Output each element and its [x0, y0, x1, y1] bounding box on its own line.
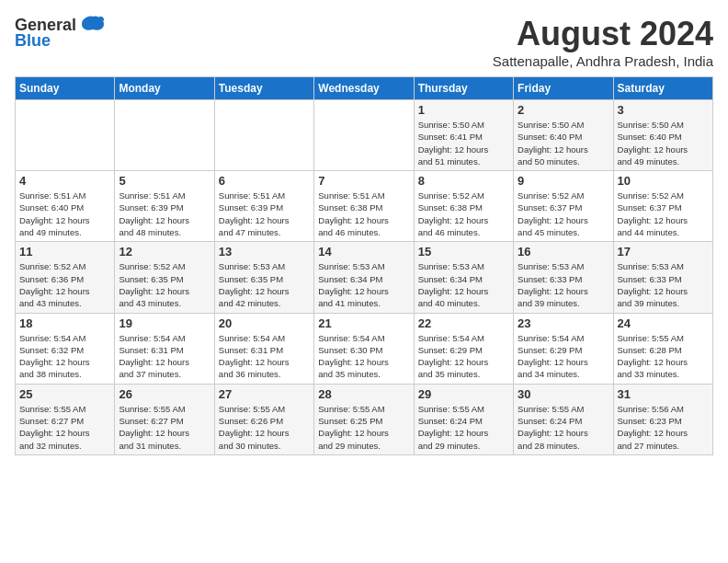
- day-number: 1: [418, 103, 509, 117]
- calendar-cell: 23Sunrise: 5:54 AM Sunset: 6:29 PM Dayli…: [514, 313, 613, 384]
- day-number: 12: [119, 245, 210, 259]
- day-number: 29: [418, 387, 509, 401]
- day-number: 21: [318, 316, 409, 330]
- day-info: Sunrise: 5:55 AM Sunset: 6:28 PM Dayligh…: [618, 332, 709, 381]
- calendar-cell: 28Sunrise: 5:55 AM Sunset: 6:25 PM Dayli…: [314, 384, 414, 454]
- day-number: 20: [219, 316, 310, 330]
- calendar-week-row-1: 4Sunrise: 5:51 AM Sunset: 6:40 PM Daylig…: [16, 171, 713, 242]
- day-number: 13: [219, 245, 310, 259]
- day-info: Sunrise: 5:50 AM Sunset: 6:41 PM Dayligh…: [418, 119, 509, 167]
- day-info: Sunrise: 5:51 AM Sunset: 6:39 PM Dayligh…: [119, 190, 210, 238]
- day-info: Sunrise: 5:52 AM Sunset: 6:37 PM Dayligh…: [518, 190, 609, 238]
- day-number: 3: [618, 103, 709, 117]
- calendar-table: Sunday Monday Tuesday Wednesday Thursday…: [15, 76, 713, 455]
- col-header-sunday: Sunday: [16, 77, 115, 100]
- day-number: 25: [19, 387, 110, 401]
- calendar-cell: 2Sunrise: 5:50 AM Sunset: 6:40 PM Daylig…: [514, 100, 613, 171]
- day-info: Sunrise: 5:54 AM Sunset: 6:31 PM Dayligh…: [119, 332, 210, 381]
- calendar-cell: 17Sunrise: 5:53 AM Sunset: 6:33 PM Dayli…: [613, 242, 712, 313]
- day-info: Sunrise: 5:55 AM Sunset: 6:24 PM Dayligh…: [518, 403, 609, 452]
- col-header-saturday: Saturday: [613, 77, 712, 100]
- day-info: Sunrise: 5:51 AM Sunset: 6:38 PM Dayligh…: [318, 190, 409, 238]
- day-number: 11: [19, 245, 110, 259]
- day-info: Sunrise: 5:53 AM Sunset: 6:34 PM Dayligh…: [318, 260, 409, 309]
- calendar-cell: 27Sunrise: 5:55 AM Sunset: 6:26 PM Dayli…: [214, 384, 313, 454]
- day-number: 8: [418, 174, 509, 188]
- calendar-cell: 31Sunrise: 5:56 AM Sunset: 6:23 PM Dayli…: [613, 384, 712, 454]
- calendar-cell: 5Sunrise: 5:51 AM Sunset: 6:39 PM Daylig…: [115, 171, 214, 242]
- calendar-cell: 10Sunrise: 5:52 AM Sunset: 6:37 PM Dayli…: [613, 171, 712, 242]
- day-info: Sunrise: 5:56 AM Sunset: 6:23 PM Dayligh…: [618, 403, 709, 452]
- day-number: 9: [518, 174, 609, 188]
- calendar-cell: 9Sunrise: 5:52 AM Sunset: 6:37 PM Daylig…: [514, 171, 613, 242]
- day-number: 22: [418, 316, 509, 330]
- day-number: 17: [618, 245, 709, 259]
- day-number: 4: [19, 174, 110, 188]
- day-number: 7: [318, 174, 409, 188]
- location-subtitle: Sattenapalle, Andhra Pradesh, India: [493, 53, 713, 69]
- day-number: 27: [219, 387, 310, 401]
- day-number: 19: [119, 316, 210, 330]
- logo-bird-icon: [80, 15, 106, 35]
- col-header-wednesday: Wednesday: [314, 77, 414, 100]
- day-number: 15: [418, 245, 509, 259]
- col-header-friday: Friday: [514, 77, 613, 100]
- day-info: Sunrise: 5:55 AM Sunset: 6:27 PM Dayligh…: [19, 403, 110, 452]
- day-info: Sunrise: 5:54 AM Sunset: 6:29 PM Dayligh…: [418, 332, 509, 381]
- header: General Blue August 2024 Sattenapalle, A…: [15, 15, 713, 69]
- month-year-title: August 2024: [493, 15, 713, 53]
- col-header-tuesday: Tuesday: [214, 77, 313, 100]
- calendar-cell: 11Sunrise: 5:52 AM Sunset: 6:36 PM Dayli…: [16, 242, 115, 313]
- day-number: 2: [518, 103, 609, 117]
- day-info: Sunrise: 5:52 AM Sunset: 6:38 PM Dayligh…: [418, 190, 509, 238]
- calendar-cell: 30Sunrise: 5:55 AM Sunset: 6:24 PM Dayli…: [514, 384, 613, 454]
- calendar-cell: 14Sunrise: 5:53 AM Sunset: 6:34 PM Dayli…: [314, 242, 414, 313]
- day-info: Sunrise: 5:53 AM Sunset: 6:33 PM Dayligh…: [518, 260, 609, 309]
- calendar-cell: 12Sunrise: 5:52 AM Sunset: 6:35 PM Dayli…: [115, 242, 214, 313]
- calendar-cell: 8Sunrise: 5:52 AM Sunset: 6:38 PM Daylig…: [414, 171, 513, 242]
- calendar-week-row-4: 25Sunrise: 5:55 AM Sunset: 6:27 PM Dayli…: [16, 384, 713, 454]
- col-header-monday: Monday: [115, 77, 214, 100]
- day-info: Sunrise: 5:55 AM Sunset: 6:27 PM Dayligh…: [119, 403, 210, 452]
- calendar-cell: [214, 100, 313, 171]
- calendar-cell: 15Sunrise: 5:53 AM Sunset: 6:34 PM Dayli…: [414, 242, 513, 313]
- day-info: Sunrise: 5:54 AM Sunset: 6:32 PM Dayligh…: [19, 332, 110, 381]
- calendar-cell: 6Sunrise: 5:51 AM Sunset: 6:39 PM Daylig…: [214, 171, 313, 242]
- day-number: 10: [618, 174, 709, 188]
- day-info: Sunrise: 5:51 AM Sunset: 6:39 PM Dayligh…: [219, 190, 310, 238]
- day-info: Sunrise: 5:55 AM Sunset: 6:26 PM Dayligh…: [219, 403, 310, 452]
- calendar-cell: 25Sunrise: 5:55 AM Sunset: 6:27 PM Dayli…: [16, 384, 115, 454]
- day-info: Sunrise: 5:52 AM Sunset: 6:37 PM Dayligh…: [618, 190, 709, 238]
- logo: General Blue: [15, 15, 106, 51]
- calendar-week-row-0: 1Sunrise: 5:50 AM Sunset: 6:41 PM Daylig…: [16, 100, 713, 171]
- day-info: Sunrise: 5:52 AM Sunset: 6:36 PM Dayligh…: [19, 260, 110, 309]
- calendar-cell: 16Sunrise: 5:53 AM Sunset: 6:33 PM Dayli…: [514, 242, 613, 313]
- day-number: 16: [518, 245, 609, 259]
- title-block: August 2024 Sattenapalle, Andhra Pradesh…: [493, 15, 713, 69]
- day-info: Sunrise: 5:52 AM Sunset: 6:35 PM Dayligh…: [119, 260, 210, 309]
- calendar-cell: 20Sunrise: 5:54 AM Sunset: 6:31 PM Dayli…: [214, 313, 313, 384]
- calendar-cell: 3Sunrise: 5:50 AM Sunset: 6:40 PM Daylig…: [613, 100, 712, 171]
- day-info: Sunrise: 5:53 AM Sunset: 6:33 PM Dayligh…: [618, 260, 709, 309]
- calendar-cell: 18Sunrise: 5:54 AM Sunset: 6:32 PM Dayli…: [16, 313, 115, 384]
- day-number: 26: [119, 387, 210, 401]
- day-info: Sunrise: 5:54 AM Sunset: 6:30 PM Dayligh…: [318, 332, 409, 381]
- calendar-cell: 29Sunrise: 5:55 AM Sunset: 6:24 PM Dayli…: [414, 384, 513, 454]
- calendar-cell: 22Sunrise: 5:54 AM Sunset: 6:29 PM Dayli…: [414, 313, 513, 384]
- day-number: 14: [318, 245, 409, 259]
- calendar-week-row-2: 11Sunrise: 5:52 AM Sunset: 6:36 PM Dayli…: [16, 242, 713, 313]
- day-info: Sunrise: 5:53 AM Sunset: 6:34 PM Dayligh…: [418, 260, 509, 309]
- calendar-cell: [115, 100, 214, 171]
- day-number: 30: [518, 387, 609, 401]
- day-number: 18: [19, 316, 110, 330]
- day-info: Sunrise: 5:55 AM Sunset: 6:24 PM Dayligh…: [418, 403, 509, 452]
- day-number: 31: [618, 387, 709, 401]
- day-number: 23: [518, 316, 609, 330]
- day-number: 5: [119, 174, 210, 188]
- calendar-cell: 24Sunrise: 5:55 AM Sunset: 6:28 PM Dayli…: [613, 313, 712, 384]
- calendar-cell: [16, 100, 115, 171]
- calendar-cell: 1Sunrise: 5:50 AM Sunset: 6:41 PM Daylig…: [414, 100, 513, 171]
- calendar-week-row-3: 18Sunrise: 5:54 AM Sunset: 6:32 PM Dayli…: [16, 313, 713, 384]
- calendar-cell: 13Sunrise: 5:53 AM Sunset: 6:35 PM Dayli…: [214, 242, 313, 313]
- day-info: Sunrise: 5:50 AM Sunset: 6:40 PM Dayligh…: [518, 119, 609, 167]
